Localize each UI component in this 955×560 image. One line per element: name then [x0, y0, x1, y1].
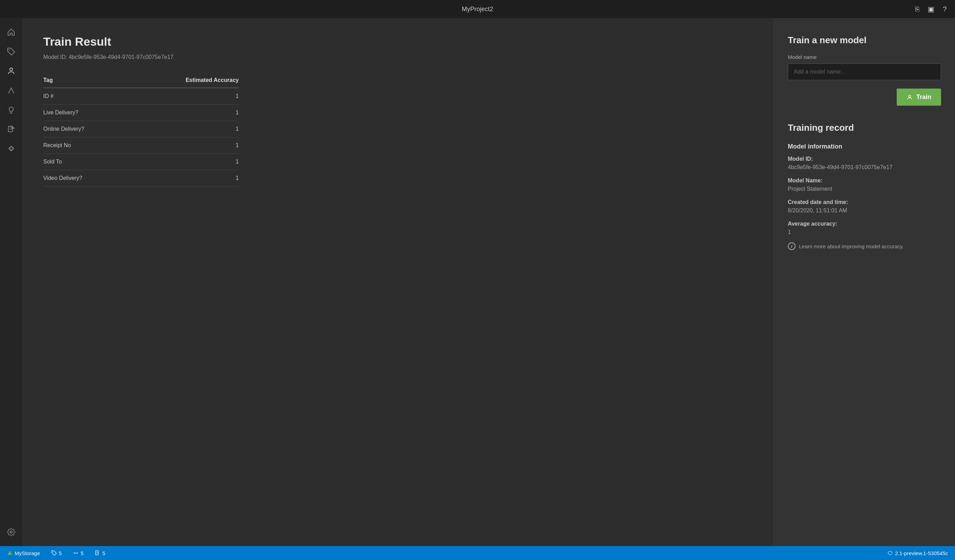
- accuracy-cell: 1: [128, 137, 239, 154]
- sidebar-item-train[interactable]: [3, 63, 20, 80]
- layout-icon[interactable]: ▣: [928, 5, 935, 13]
- sidebar-item-settings[interactable]: [3, 524, 20, 540]
- tag-cell: Live Delivery?: [43, 105, 128, 121]
- tags-count: 5: [59, 550, 62, 556]
- table-row: Receipt No 1: [43, 137, 239, 154]
- sidebar-item-home[interactable]: [3, 24, 20, 41]
- statusbar: MyStorage 5 5 5 2.1-preview.1-530545c: [0, 546, 955, 560]
- connection-status-icon: [73, 550, 78, 556]
- accuracy-table: Tag Estimated Accuracy ID # 1 Live Deliv…: [43, 73, 239, 187]
- documents-count: 5: [102, 550, 105, 556]
- learn-more-text: Learn more about improving model accurac…: [799, 243, 904, 249]
- statusbar-version: 2.1-preview.1-530545c: [887, 550, 948, 556]
- svg-point-0: [9, 50, 10, 51]
- svg-point-3: [10, 531, 12, 533]
- sidebar-item-tag[interactable]: [3, 43, 20, 60]
- tag-cell: Online Delivery?: [43, 121, 128, 137]
- tag-icon: [7, 47, 16, 56]
- person-icon: [7, 67, 16, 75]
- document-icon: [7, 126, 16, 134]
- statusbar-documents: 5: [95, 550, 105, 556]
- info-icon: i: [788, 242, 795, 250]
- titlebar: MyProject2 ⎘ ▣ ?: [0, 0, 955, 18]
- storage-name: MyStorage: [15, 550, 40, 556]
- accuracy-cell: 1: [128, 105, 239, 121]
- sidebar: [0, 18, 22, 546]
- app-title: MyProject2: [462, 6, 493, 13]
- tag-cell: Video Delivery?: [43, 170, 128, 187]
- avg-accuracy-value: 1: [788, 229, 941, 236]
- right-panel: Train a new model Model name Train Train…: [773, 18, 955, 546]
- created-field-label: Created date and time:: [788, 199, 941, 205]
- titlebar-actions: ⎘ ▣ ?: [915, 5, 947, 13]
- model-name-field-value: Project Statement: [788, 186, 941, 192]
- home-icon: [7, 28, 16, 36]
- svg-point-7: [74, 553, 75, 554]
- table-row: Video Delivery? 1: [43, 170, 239, 187]
- version-text: 2.1-preview.1-530545c: [895, 550, 948, 556]
- tag-cell: Sold To: [43, 154, 128, 170]
- model-name-field: Model Name: Project Statement: [788, 178, 941, 192]
- predict-icon: [7, 86, 16, 95]
- col-tag: Tag: [43, 73, 128, 88]
- bulb-icon: [7, 106, 16, 114]
- model-id-display: Model ID: 4bc9e5fe-953e-49d4-9701-97c007…: [43, 54, 753, 60]
- sidebar-item-document[interactable]: [3, 121, 20, 138]
- model-name-input[interactable]: [788, 64, 941, 80]
- training-record-title: Training record: [788, 122, 941, 133]
- plugin-icon: [7, 145, 16, 153]
- train-button-icon: [906, 94, 913, 100]
- app-body: Train Result Model ID: 4bc9e5fe-953e-49d…: [0, 18, 955, 546]
- document-status-icon: [95, 550, 100, 556]
- avg-accuracy-label: Average accuracy:: [788, 221, 941, 227]
- table-row: Online Delivery? 1: [43, 121, 239, 137]
- table-body: ID # 1 Live Delivery? 1 Online Delivery?…: [43, 88, 239, 187]
- model-id-field-value: 4bc9e5fe-953e-49d4-9701-97c0075e7e17: [788, 164, 941, 170]
- svg-marker-5: [7, 551, 12, 555]
- tag-status-icon: [51, 550, 57, 556]
- model-id-field: Model ID: 4bc9e5fe-953e-49d4-9701-97c007…: [788, 156, 941, 170]
- content-area: Train Result Model ID: 4bc9e5fe-953e-49d…: [22, 18, 955, 546]
- statusbar-storage: MyStorage: [7, 550, 40, 556]
- table-row: Live Delivery? 1: [43, 105, 239, 121]
- model-id-field-label: Model ID:: [788, 156, 941, 162]
- learn-more-link[interactable]: i Learn more about improving model accur…: [788, 242, 941, 250]
- accuracy-cell: 1: [128, 170, 239, 187]
- model-info-title: Model information: [788, 143, 941, 150]
- statusbar-tags: 5: [51, 550, 62, 556]
- train-button-label: Train: [916, 94, 931, 101]
- svg-point-1: [10, 68, 13, 71]
- sidebar-item-plugin[interactable]: [3, 141, 20, 158]
- created-field: Created date and time: 8/20/2020, 11:51:…: [788, 199, 941, 214]
- model-name-label: Model name: [788, 54, 941, 60]
- accuracy-cell: 1: [128, 121, 239, 137]
- svg-point-4: [909, 95, 911, 97]
- avg-accuracy-field: Average accuracy: 1: [788, 221, 941, 236]
- share-icon[interactable]: ⎘: [915, 5, 919, 13]
- table-row: ID # 1: [43, 88, 239, 105]
- svg-point-8: [77, 553, 78, 554]
- page-title: Train Result: [43, 35, 753, 48]
- logo-icon: [7, 550, 13, 556]
- sidebar-item-predict[interactable]: [3, 82, 20, 99]
- table-header-row: Tag Estimated Accuracy: [43, 73, 239, 88]
- statusbar-connections: 5: [73, 550, 83, 556]
- col-accuracy: Estimated Accuracy: [128, 73, 239, 88]
- tag-cell: Receipt No: [43, 137, 128, 154]
- svg-point-6: [52, 552, 53, 552]
- version-icon: [887, 550, 893, 556]
- train-button[interactable]: Train: [897, 89, 941, 106]
- connections-count: 5: [81, 550, 83, 556]
- model-name-field-label: Model Name:: [788, 178, 941, 184]
- settings-icon: [7, 528, 16, 536]
- tag-cell: ID #: [43, 88, 128, 105]
- help-icon[interactable]: ?: [943, 5, 947, 13]
- sidebar-item-bulb[interactable]: [3, 102, 20, 119]
- train-section-title: Train a new model: [788, 35, 941, 46]
- table-row: Sold To 1: [43, 154, 239, 170]
- accuracy-cell: 1: [128, 154, 239, 170]
- created-field-value: 8/20/2020, 11:51:01 AM: [788, 207, 941, 214]
- main-panel: Train Result Model ID: 4bc9e5fe-953e-49d…: [22, 18, 773, 546]
- accuracy-cell: 1: [128, 88, 239, 105]
